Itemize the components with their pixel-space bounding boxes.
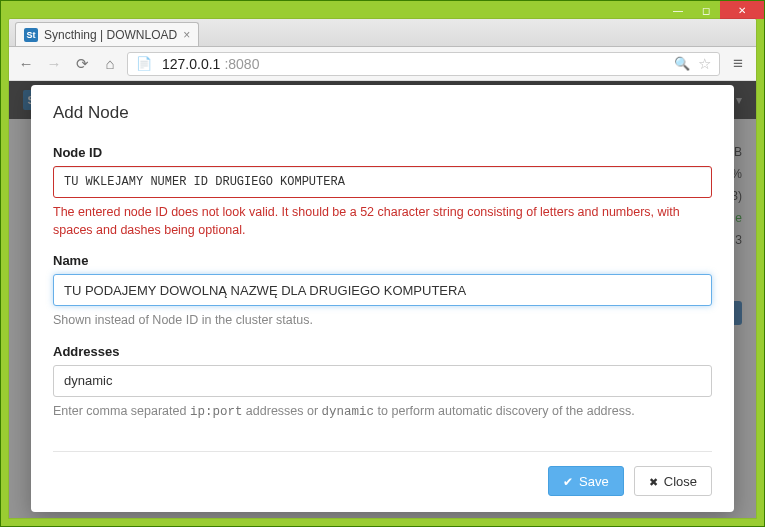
reload-button[interactable]: ⟳ xyxy=(71,53,93,75)
browser-menu-button[interactable]: ≡ xyxy=(726,54,750,74)
node-id-label: Node ID xyxy=(53,145,712,160)
favicon-icon: St xyxy=(24,28,38,42)
addresses-label: Addresses xyxy=(53,344,712,359)
url-host: 127.0.0.1 xyxy=(162,56,220,72)
globe-icon: 📄 xyxy=(136,56,152,71)
node-id-input[interactable] xyxy=(53,166,712,198)
addresses-input[interactable] xyxy=(53,365,712,397)
addresses-help: Enter comma separated ip:port addresses … xyxy=(53,403,712,422)
window-maximize-button[interactable]: ◻ xyxy=(692,1,720,19)
add-node-modal: Add Node Node ID The entered node ID doe… xyxy=(31,85,734,512)
page-content: St Syncthing | DOWNLOAD Edit ▾ B % 3) e … xyxy=(9,81,756,518)
checkmark-icon xyxy=(563,474,573,489)
addresses-group: Addresses Enter comma separated ip:port … xyxy=(53,344,712,422)
back-button[interactable]: ← xyxy=(15,53,37,75)
save-button[interactable]: Save xyxy=(548,466,624,496)
search-icon: 🔍 xyxy=(674,56,690,71)
browser-toolbar: ← → ⟳ ⌂ 📄 127.0.0.1:8080 🔍 ☆ ≡ xyxy=(9,47,756,81)
home-button[interactable]: ⌂ xyxy=(99,53,121,75)
modal-title: Add Node xyxy=(53,103,712,123)
node-id-error: The entered node ID does not look valid.… xyxy=(53,204,712,239)
address-bar[interactable]: 📄 127.0.0.1:8080 🔍 ☆ xyxy=(127,52,720,76)
name-help: Shown instead of Node ID in the cluster … xyxy=(53,312,712,330)
name-input[interactable] xyxy=(53,274,712,306)
tabstrip: St Syncthing | DOWNLOAD × xyxy=(9,19,756,47)
tab-title: Syncthing | DOWNLOAD xyxy=(44,28,177,42)
browser-tab[interactable]: St Syncthing | DOWNLOAD × xyxy=(15,22,199,46)
url-port: :8080 xyxy=(224,56,259,72)
window-close-button[interactable]: ✕ xyxy=(720,1,764,19)
modal-footer: Save Close xyxy=(53,451,712,496)
browser-frame: St Syncthing | DOWNLOAD × ← → ⟳ ⌂ 📄 127.… xyxy=(9,19,756,518)
os-window: — ◻ ✕ St Syncthing | DOWNLOAD × ← → ⟳ ⌂ … xyxy=(0,0,765,527)
bookmark-star-icon[interactable]: ☆ xyxy=(698,55,711,73)
node-id-group: Node ID The entered node ID does not loo… xyxy=(53,145,712,239)
window-minimize-button[interactable]: — xyxy=(664,1,692,19)
name-group: Name Shown instead of Node ID in the clu… xyxy=(53,253,712,330)
name-label: Name xyxy=(53,253,712,268)
forward-button[interactable]: → xyxy=(43,53,65,75)
close-icon xyxy=(649,474,658,489)
close-button[interactable]: Close xyxy=(634,466,712,496)
close-button-label: Close xyxy=(664,474,697,489)
save-button-label: Save xyxy=(579,474,609,489)
tab-close-icon[interactable]: × xyxy=(183,28,190,42)
os-titlebar: — ◻ ✕ xyxy=(1,1,764,19)
